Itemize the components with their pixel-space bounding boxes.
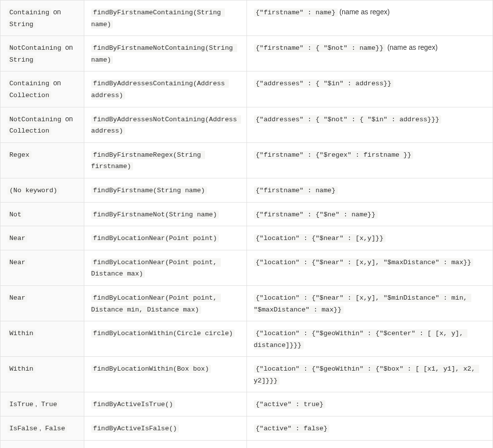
snippet-cell: {"active" : false} [246,416,493,441]
code-literal: Near [7,258,27,267]
code-literal: Containing [7,79,51,88]
keyword-cell: Exists [0,440,84,448]
table-row: ExistsfindByLocationExists(boolean exist… [0,440,493,448]
code-literal: Within [7,329,35,338]
sample-code: findByAddressesContaining(Address addres… [91,79,229,100]
snippet-cell: {"addresses" : { "$not" : { "$in" : addr… [246,107,493,142]
code-literal: {"firstname" : name} [254,8,338,17]
snippet-cell: {"addresses" : { "$in" : address}} [246,71,493,107]
code-literal: {"addresses" : { "$not" : { "$in" : addr… [254,115,442,124]
sample-cell: findByActiveIsFalse() [84,416,246,441]
sample-code: findByFirstname(String name) [91,186,207,195]
keyword-reference-table: Containing on StringfindByFirstnameConta… [0,0,493,448]
text-fragment: on [63,43,72,51]
snippet-cell: {"firstname" : name} (name as regex) [246,0,493,36]
keyword-cell: Within [0,357,84,392]
sample-cell: findByFirstnameNot(String name) [84,202,246,226]
snippet-cell: {"location" : {"$near" : [x,y], "$maxDis… [246,250,493,285]
table-row: Containing on CollectionfindByAddressesC… [0,71,493,107]
table-row: WithinfindByLocationWithin(Box box){"loc… [0,357,493,392]
code-literal: {"active" : false} [254,424,330,433]
code-literal: Near [7,234,27,242]
table-row: IsFalse, FalsefindByActiveIsFalse(){"act… [0,416,493,441]
code-literal: String [7,56,35,64]
table-row: NotContaining on StringfindByFirstnameNo… [0,36,493,71]
keyword-cell: Near [0,226,84,250]
keyword-cell: IsFalse, False [0,416,84,441]
code-literal: IsTrue [7,400,35,409]
keyword-cell: Containing on Collection [0,71,84,107]
code-literal: {"firstname" : name} [254,186,338,195]
snippet-cell: {"firstname" : {"$regex" : firstname }} [246,142,493,178]
code-literal: Collection [7,127,51,135]
sample-cell: findByLocationWithin(Circle circle) [84,321,246,357]
sample-cell: findByFirstname(String name) [84,178,246,202]
snippet-cell: {"location" : {"$geoWithin" : {"$box" : … [246,357,493,392]
keyword-cell: Near [0,285,84,321]
keyword-cell: Near [0,250,84,285]
table-row: NotContaining on CollectionfindByAddress… [0,107,493,142]
keyword-cell: NotContaining on String [0,36,84,71]
code-literal: String [7,20,35,29]
snippet-cell: {"firstname" : { "$not" : name}} (name a… [246,36,493,71]
code-literal: {"active" : true} [254,400,326,409]
sample-cell: findByFirstnameNotContaining(String name… [84,36,246,71]
sample-code: findByActiveIsTrue() [91,400,175,409]
code-literal: {"firstname" : {"$regex" : firstname }} [254,151,414,159]
code-literal: False [43,424,68,433]
code-literal: Containing [7,8,51,17]
sample-code: findByFirstnameRegex(String firstname) [91,151,205,171]
code-literal: {"location" : {"$near" : [x,y]}} [254,234,386,242]
snippet-cell: {"location" : {"$near" : [x,y], "$minDis… [246,285,493,321]
code-literal: {"location" : {"$geoWithin" : {"$box" : … [254,365,480,385]
table-row: NearfindByLocationNear(Point point, Dist… [0,250,493,285]
sample-cell: findByLocationWithin(Box box) [84,357,246,392]
keyword-cell: Regex [0,142,84,178]
sample-cell: findByFirstnameContaining(String name) [84,0,246,36]
keyword-cell: Within [0,321,84,357]
sample-cell: findByAddressesContaining(Address addres… [84,71,246,107]
code-literal: Within [7,365,35,373]
code-literal: Collection [7,91,51,100]
snippet-cell: {"active" : true} [246,392,493,416]
sample-code: findByFirstnameNotContaining(String name… [91,44,237,64]
table-row: Containing on StringfindByFirstnameConta… [0,0,493,36]
snippet-cell: {"firstname" : name} [246,178,493,202]
keyword-cell: IsTrue, True [0,392,84,416]
text-fragment: on [63,115,72,123]
sample-cell: findByLocationNear(Point point) [84,226,246,250]
table-row: (No keyword)findByFirstname(String name)… [0,178,493,202]
snippet-cell: {"location" : {"$exists" : exists }} [246,440,493,448]
sample-cell: findByLocationNear(Point point, Distance… [84,250,246,285]
snippet-cell: {"location" : {"$near" : [x,y]}} [246,226,493,250]
snippet-cell: {"firstname" : {"$ne" : name}} [246,202,493,226]
text-fragment: on [51,8,61,16]
table-row: NearfindByLocationNear(Point point, Dist… [0,285,493,321]
sample-code: findByAddressesNotContaining(Address add… [91,115,241,136]
table-row: WithinfindByLocationWithin(Circle circle… [0,321,493,357]
code-literal: {"addresses" : { "$in" : address}} [254,79,393,88]
sample-cell: findByLocationExists(boolean exists) [84,440,246,448]
sample-code: findByLocationWithin(Circle circle) [91,329,235,338]
code-literal: {"location" : {"$geoWithin" : {"$center"… [254,329,467,349]
code-literal: IsFalse [7,424,39,433]
sample-code: findByActiveIsFalse() [91,424,179,433]
code-literal: Not [7,210,23,219]
snippet-cell: {"location" : {"$geoWithin" : {"$center"… [246,321,493,357]
sample-cell: findByFirstnameRegex(String firstname) [84,142,246,178]
sample-code: findByLocationNear(Point point, Distance… [91,294,221,314]
text-fragment: , [39,424,43,432]
table-row: IsTrue, TruefindByActiveIsTrue(){"active… [0,392,493,416]
table-row: RegexfindByFirstnameRegex(String firstna… [0,142,493,178]
keyword-cell: (No keyword) [0,178,84,202]
code-literal: {"firstname" : {"$ne" : name}} [254,210,378,219]
code-literal: Near [7,294,27,302]
sample-code: findByLocationWithin(Box box) [91,365,211,373]
text-fragment: (name as regex) [386,43,438,51]
sample-code: findByFirstnameContaining(String name) [91,8,225,29]
sample-cell: findByActiveIsTrue() [84,392,246,416]
code-literal: {"firstname" : { "$not" : name}} [254,44,386,52]
text-fragment: (name as regex) [338,8,390,16]
sample-code: findByLocationNear(Point point) [91,234,219,242]
keyword-cell: NotContaining on Collection [0,107,84,142]
